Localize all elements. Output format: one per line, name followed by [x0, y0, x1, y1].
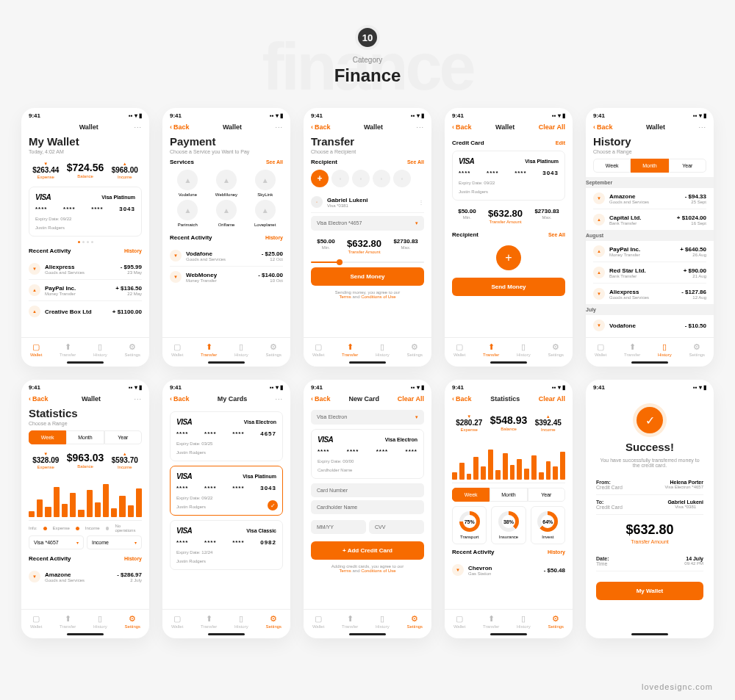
see-all-link[interactable]: See All — [266, 159, 283, 165]
list-item[interactable]: ▲Creative Box Ltd+ $1100.00 — [29, 301, 142, 322]
service-item[interactable]: ▲Loveplanet — [247, 200, 283, 227]
back-button[interactable]: ‹ Back — [311, 395, 331, 403]
expiry-input[interactable]: MM/YY — [311, 520, 366, 534]
list-item[interactable]: ▼WebMoneyMoney Transfer- $140.0010 Oct — [170, 267, 283, 287]
donut-insurance[interactable]: 38%Insurance — [491, 506, 526, 544]
status-bar: 9:41▪▪ ▾ ▮ — [21, 108, 149, 120]
credit-card[interactable]: VISAVisa Platinum ************3043 Expir… — [452, 151, 565, 201]
month-header: September — [586, 177, 714, 188]
service-item[interactable]: ▲WebMoney — [209, 170, 245, 197]
card-filter-select[interactable]: Visa *4657▾ — [29, 535, 84, 549]
donut-invest[interactable]: 64%Invest — [531, 506, 565, 544]
item-icon: ▲ — [29, 306, 40, 317]
add-recipient-button[interactable]: + — [311, 170, 329, 187]
card-number: ************3043 — [35, 206, 135, 212]
cvv-input[interactable]: CVV — [369, 520, 424, 534]
services-title: Services — [170, 159, 194, 165]
back-button[interactable]: ‹ Back — [170, 123, 190, 131]
seg-year[interactable]: Year — [669, 159, 706, 173]
send-money-button[interactable]: Send Money — [311, 267, 424, 286]
recent-title: Recent Activity — [170, 234, 212, 241]
recipient-avatar[interactable]: ◦ — [331, 170, 349, 187]
list-item[interactable]: ▼AliexpressGoods and Services- $95.9923 … — [29, 259, 142, 280]
from-row: From:Credit CardHelena PorterVisa Electr… — [596, 475, 703, 495]
edit-link[interactable]: Edit — [556, 140, 565, 145]
type-filter-select[interactable]: Income▾ — [87, 535, 142, 549]
more-icon[interactable]: ··· — [275, 123, 283, 131]
date-row: Date:Time14 July09:42 PM — [596, 552, 703, 571]
recipient-list: +◦◦◦◦ — [311, 170, 424, 187]
back-button[interactable]: ‹ Back — [170, 395, 190, 403]
back-button[interactable]: ‹ Back — [452, 395, 472, 403]
amount-slider[interactable] — [311, 261, 424, 263]
screen-wallet: 9:41▪▪ ▾ ▮ Wallet··· My Wallet Today, 4:… — [21, 108, 149, 367]
my-wallet-button[interactable]: My Wallet — [596, 582, 703, 600]
card-type-select[interactable]: Visa Electron▾ — [311, 410, 424, 425]
list-item[interactable]: ▲PayPal Inc.Money Transfer+ $136.5022 Ma… — [29, 280, 142, 301]
add-card-button[interactable]: + Add Credit Card — [311, 541, 424, 560]
card-name: Visa Platinum — [101, 195, 135, 200]
status-time: 9:41 — [29, 112, 40, 119]
screen-subtitle: Today, 4:02 AM — [29, 149, 142, 154]
clear-all-button[interactable]: Clear All — [539, 123, 565, 131]
back-button[interactable]: ‹ Back — [29, 395, 49, 403]
credit-card[interactable]: VISAVisa Platinum ************3043 Expir… — [29, 187, 142, 237]
chevron-down-icon: ▾ — [135, 540, 137, 545]
screen-success: 9:41▪▪ ▾ ▮ ✓ Success! You have successfu… — [586, 380, 714, 638]
bar-chart — [452, 439, 565, 483]
tab-transfer[interactable]: ⬆Transfer — [201, 342, 217, 357]
tab-bar: ▢Wallet⬆Transfer▯History⚙Settings — [21, 337, 149, 360]
service-icon: ▲ — [177, 170, 198, 190]
tab-history[interactable]: ▯History — [93, 342, 107, 357]
screen-my-cards: 9:41▪▪ ▾ ▮ ‹ BackMy Cards··· VISAVisa El… — [162, 380, 290, 638]
card-option-selected[interactable]: VISAVisa Platinum************3043Expiry … — [170, 466, 283, 516]
back-button[interactable]: ‹ Back — [452, 123, 472, 131]
history-link[interactable]: History — [124, 248, 142, 253]
list-item[interactable]: ▼VodafoneGoods and Services- $25.0012 Oc… — [170, 245, 283, 267]
selected-recipient[interactable]: ◦Gabriel LukeniVisa *0381⋮ — [311, 192, 424, 213]
card-option[interactable]: VISAVisa Electron************4657Expiry … — [170, 411, 283, 461]
tab-transfer[interactable]: ⬆Transfer — [60, 342, 76, 357]
page-header: 10 Category Finance — [0, 0, 735, 86]
card-brand: VISA — [35, 193, 51, 201]
card-option[interactable]: VISAVisa Classic************0982Expiry D… — [170, 520, 283, 570]
screen-subtitle: Choose a Service you Want to Pay — [170, 149, 283, 154]
wallet-icon: ▢ — [30, 342, 42, 352]
seg-month[interactable]: Month — [631, 159, 668, 173]
screen-statistics-detail: 9:41▪▪ ▾ ▮ ‹ BackStatisticsClear All ▼$2… — [445, 380, 573, 638]
tab-settings[interactable]: ⚙Settings — [265, 342, 282, 357]
home-indicator — [67, 361, 104, 364]
tab-history[interactable]: ▯History — [234, 342, 248, 357]
back-button[interactable]: ‹ Back — [311, 123, 331, 131]
donut-transport[interactable]: 75%Transport — [452, 506, 487, 544]
send-money-button[interactable]: Send Money — [452, 278, 565, 296]
check-icon: ✓ — [268, 500, 278, 510]
service-item[interactable]: ▲SkyLink — [247, 170, 283, 197]
card-select[interactable]: Visa Electron *4657▾ — [311, 216, 424, 231]
list-item[interactable]: ▼AmazoneGoods and Services- $94.3325 Sep… — [593, 188, 706, 209]
list-item[interactable]: ▲Capital Ltd.Bank Transfer+ $1024.0016 S… — [593, 209, 706, 230]
see-all-link[interactable]: See All — [407, 159, 424, 165]
tab-wallet[interactable]: ▢Wallet — [30, 342, 42, 357]
cardholder-input[interactable]: Cardholder Name — [311, 500, 424, 514]
clear-all-button[interactable]: Clear All — [539, 395, 565, 403]
seg-week[interactable]: Week — [593, 159, 631, 173]
to-row: To:Credit CardGabriel LukeniVisa *0381 — [596, 495, 703, 515]
chevron-down-icon: ▾ — [415, 220, 418, 226]
tab-wallet[interactable]: ▢Wallet — [171, 342, 183, 357]
clear-all-button[interactable]: Clear All — [398, 395, 424, 403]
back-button[interactable]: ‹ Back — [593, 123, 613, 131]
item-icon: ▲ — [29, 284, 40, 296]
tab-settings[interactable]: ⚙Settings — [124, 342, 140, 357]
history-link[interactable]: History — [265, 235, 283, 240]
service-item[interactable]: ▲Parimatch — [170, 200, 206, 227]
service-item[interactable]: ▲Oriflame — [209, 200, 245, 227]
expense-label: Expense — [32, 175, 59, 179]
add-recipient-button[interactable]: + — [496, 245, 521, 270]
bar-chart — [29, 477, 142, 521]
service-item[interactable]: ▲Vodafone — [170, 170, 206, 197]
chevron-down-icon: ▾ — [415, 414, 418, 420]
card-number-input[interactable]: Card Number — [311, 483, 424, 497]
category-donuts: 75%Transport 38%Insurance 64%Invest — [452, 506, 565, 544]
more-icon[interactable]: ··· — [134, 123, 142, 131]
